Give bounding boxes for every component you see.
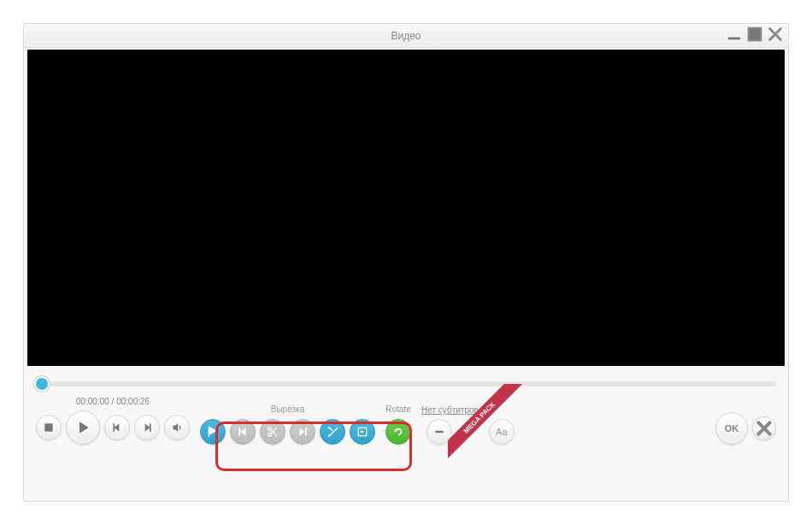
decrease-button[interactable]	[427, 419, 452, 445]
goto-start-button[interactable]	[230, 419, 256, 445]
volume-button[interactable]	[164, 415, 190, 440]
font-icon: Aa	[496, 427, 507, 437]
maximize-button[interactable]	[747, 27, 762, 42]
svg-rect-1	[749, 28, 761, 40]
svg-rect-5	[238, 428, 240, 435]
titlebar: Видео	[24, 24, 788, 48]
subtitle-value: 20	[460, 427, 470, 437]
step-forward-button[interactable]	[134, 415, 160, 440]
video-preview[interactable]	[27, 50, 785, 366]
ok-button[interactable]: OK	[715, 412, 748, 445]
close-button[interactable]	[768, 27, 783, 42]
subtitles-link[interactable]: Нет субтитров	[421, 405, 479, 415]
svg-point-10	[328, 435, 330, 437]
svg-rect-2	[44, 423, 52, 431]
svg-rect-3	[113, 423, 115, 431]
font-button[interactable]: Aa	[489, 419, 515, 445]
cancel-button[interactable]	[752, 416, 776, 440]
minimize-button[interactable]	[727, 27, 742, 42]
window-controls	[727, 27, 783, 42]
svg-rect-0	[728, 38, 740, 40]
scissors-button[interactable]	[260, 419, 285, 445]
cut-group: Вырезка	[200, 404, 375, 445]
goto-end-button[interactable]	[290, 419, 315, 445]
subtitles-group: Нет субтитров 20	[421, 405, 479, 445]
playback-group: 00:00:00 / 00:00:26	[36, 397, 190, 445]
svg-rect-12	[435, 431, 443, 433]
mark-in-button[interactable]	[200, 419, 226, 445]
svg-point-9	[328, 427, 330, 428]
rotate-button[interactable]	[385, 419, 411, 445]
svg-rect-8	[305, 428, 307, 435]
rotate-group: Rotate	[385, 404, 411, 445]
timeline-slider[interactable]	[36, 381, 776, 386]
cut-label: Вырезка	[271, 404, 305, 415]
rotate-label: Rotate	[385, 404, 410, 415]
toolbar: 00:00:00 / 00:00:26 Выре	[24, 392, 788, 453]
time-display: 00:00:00 / 00:00:26	[76, 397, 150, 406]
crop-frame-button[interactable]	[350, 419, 375, 445]
text-group: Aa MEGA PACK	[489, 404, 515, 445]
step-back-button[interactable]	[104, 415, 130, 440]
play-button[interactable]	[66, 410, 100, 445]
stop-button[interactable]	[36, 415, 62, 440]
timeline-thumb[interactable]	[36, 378, 48, 390]
video-editor-window: Видео 00:00:00 / 00:00:26	[23, 23, 789, 502]
action-group: OK	[715, 412, 776, 445]
mark-out-button[interactable]	[320, 419, 345, 445]
svg-rect-4	[150, 423, 151, 431]
window-title: Видео	[391, 30, 421, 42]
